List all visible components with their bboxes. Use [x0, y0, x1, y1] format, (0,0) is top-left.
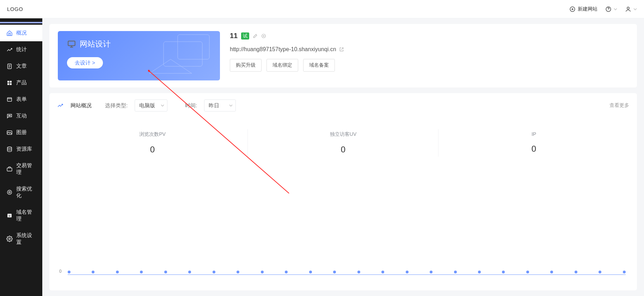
gear-icon [6, 236, 13, 242]
stat-label: 浏览次数PV [57, 131, 248, 138]
message-icon [6, 113, 13, 119]
help-button[interactable] [605, 6, 617, 12]
stat-label: 独立访客UV [248, 131, 438, 138]
plus-circle-icon [569, 6, 576, 12]
chart-point [309, 271, 312, 273]
svg-rect-13 [10, 83, 12, 85]
grid-icon [6, 80, 13, 86]
view-more-link[interactable]: 查看更多 [609, 102, 629, 109]
chart-point [502, 271, 505, 273]
site-title-row: 11 试 [230, 32, 628, 40]
overview-header: 网站概况 选择类型: 电脑版 时间: 昨日 查看更多 [57, 99, 629, 111]
edit-name-button[interactable] [253, 34, 258, 38]
chart-line [68, 274, 626, 275]
chart-point [213, 271, 215, 273]
trial-badge: 试 [241, 32, 249, 40]
time-value: 昨日 [209, 102, 219, 109]
domain-beian-button[interactable]: 域名备案 [303, 59, 335, 72]
monitor-icon [67, 40, 76, 49]
nav-interaction[interactable]: 互动 [0, 108, 42, 124]
open-url-button[interactable] [339, 47, 344, 52]
help-icon [605, 6, 612, 12]
svg-point-26 [9, 238, 11, 240]
stat-row: 浏览次数PV 0 独立访客UV 0 IP 0 [57, 131, 629, 155]
svg-point-18 [10, 115, 11, 116]
chart-point [92, 271, 94, 273]
chart-point [68, 271, 70, 273]
nav-trade[interactable]: 交易管理 [0, 157, 42, 181]
stat-label: IP [438, 131, 629, 137]
domain-bind-button[interactable]: 域名绑定 [266, 59, 298, 72]
svg-rect-12 [7, 83, 9, 85]
top-header: LOGO 新建网站 [0, 0, 644, 18]
nav-domain[interactable]: w 域名管理 [0, 204, 42, 227]
nav-label: 产品 [16, 79, 27, 86]
nav-label: 互动 [16, 113, 27, 119]
chart-point [261, 271, 264, 273]
svg-point-22 [7, 190, 12, 194]
home-icon [6, 30, 13, 36]
design-deco-icon [58, 31, 220, 80]
svg-point-23 [9, 192, 11, 193]
svg-point-4 [608, 10, 608, 11]
type-value: 电脑版 [139, 102, 155, 109]
nav-label: 统计 [16, 46, 27, 53]
time-select[interactable]: 昨日 [204, 99, 236, 111]
nav-resources[interactable]: 资源库 [0, 141, 42, 157]
chart-point [285, 271, 288, 273]
database-icon [6, 146, 13, 152]
nav-stats[interactable]: 统计 [0, 41, 42, 58]
svg-rect-21 [7, 168, 12, 171]
chart-y0-label: 0 [59, 269, 62, 274]
content: 网站设计 去设计 > 11 试 http://huang897157type-1 [42, 18, 644, 296]
briefcase-icon [6, 166, 13, 172]
chevron-down-icon [229, 104, 233, 107]
chart-point [164, 271, 167, 273]
document-icon [6, 63, 13, 70]
nav-label: 概况 [16, 30, 27, 36]
chart-point [623, 271, 626, 273]
nav-gallery[interactable]: 图册 [0, 124, 42, 141]
design-title: 网站设计 [67, 39, 211, 49]
stat-value: 0 [438, 144, 629, 154]
buy-upgrade-button[interactable]: 购买升级 [230, 59, 262, 72]
nav-products[interactable]: 产品 [0, 74, 42, 91]
overview-title: 网站概况 [70, 102, 92, 109]
type-label: 选择类型: [105, 102, 128, 109]
design-title-text: 网站设计 [80, 39, 111, 49]
nav-label: 系统设置 [16, 232, 36, 246]
nav-forms[interactable]: 表单 [0, 91, 42, 108]
chart-point [526, 271, 529, 273]
nav-overview[interactable]: 概况 [0, 25, 42, 41]
chart: 0 [57, 162, 629, 284]
chart-point [140, 271, 143, 273]
type-select[interactable]: 电脑版 [135, 99, 167, 111]
chart-point [237, 271, 239, 273]
stat-value: 0 [57, 145, 248, 155]
new-site-button[interactable]: 新建网站 [569, 6, 597, 12]
chart-line-icon [57, 102, 63, 109]
chart-point [575, 271, 577, 273]
design-tile: 网站设计 去设计 > [58, 31, 220, 80]
globe-icon: w [6, 212, 13, 219]
svg-rect-10 [7, 81, 9, 83]
site-summary-card: 网站设计 去设计 > 11 试 http://huang897157type-1 [49, 24, 637, 87]
account-button[interactable] [625, 6, 637, 12]
chart-point [478, 271, 481, 273]
nav-articles[interactable]: 文章 [0, 58, 42, 74]
nav-label: 文章 [16, 63, 27, 70]
svg-rect-29 [68, 41, 75, 46]
chevron-down-icon [161, 104, 164, 107]
nav-seo[interactable]: 搜索优化 [0, 181, 42, 204]
site-url[interactable]: http://huang897157type-10.shanxiyunqi.cn [230, 46, 336, 53]
overview-card: 网站概况 选择类型: 电脑版 时间: 昨日 查看更多 浏览次数PV 0 [49, 93, 637, 290]
nav-label: 交易管理 [16, 162, 36, 176]
nav-settings[interactable]: 系统设置 [0, 227, 42, 250]
site-name: 11 [230, 32, 238, 40]
site-action-row: 购买升级 域名绑定 域名备案 [230, 59, 628, 72]
svg-text:w: w [8, 215, 11, 217]
add-button[interactable] [261, 34, 266, 38]
nav-label: 域名管理 [16, 209, 36, 222]
go-design-button[interactable]: 去设计 > [67, 57, 103, 68]
user-icon [625, 6, 631, 12]
